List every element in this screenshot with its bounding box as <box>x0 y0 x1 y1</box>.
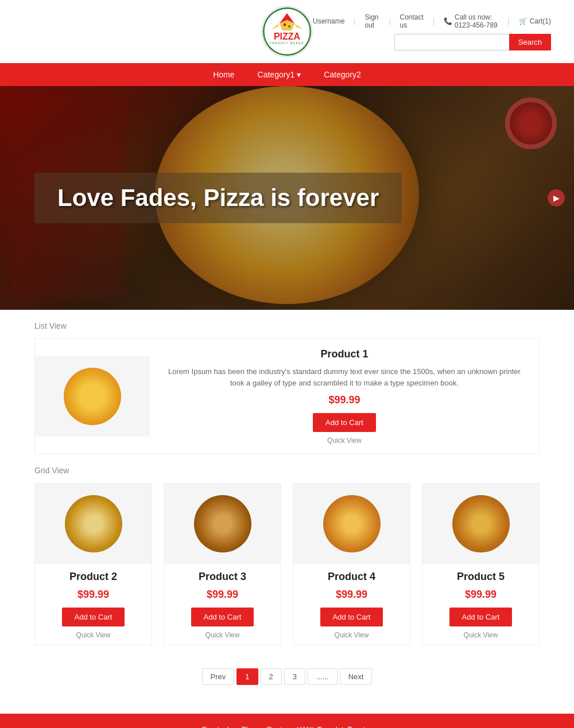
product4-image <box>293 484 410 564</box>
logo-circle: PIZZA FRESHLY BAKED <box>261 6 313 57</box>
svg-text:PIZZA: PIZZA <box>274 32 301 41</box>
product1-pizza-icon <box>64 368 121 425</box>
product3-price: $99.99 <box>170 589 275 601</box>
main-nav: Home Category1 ▾ Category2 <box>0 63 574 86</box>
product3-add-cart-button[interactable]: Add to Cart <box>191 608 254 626</box>
phone-icon: 📞 <box>444 17 452 25</box>
grid-item-3: Product 5 $99.99 Add to Cart Quick View <box>422 483 540 645</box>
chevron-down-icon: ▾ <box>297 70 301 79</box>
product1-image <box>35 356 150 437</box>
list-view-label: List View <box>34 321 540 330</box>
product5-content: Product 5 $99.99 Add to Cart Quick View <box>422 564 539 645</box>
header: PIZZA FRESHLY BAKED Username | Sign out … <box>0 0 574 63</box>
product1-content: Product 1 Lorem Ipsum has been the indus… <box>150 339 539 454</box>
phone-number: Call us now: 0123-456-789 <box>455 13 499 29</box>
product5-pizza-icon <box>452 495 510 552</box>
header-right: Username | Sign out | Contact us | 📞 Cal… <box>313 13 551 50</box>
product1-price: $99.99 <box>167 394 522 406</box>
product3-title: Product 3 <box>170 571 275 583</box>
pagination-ellipsis[interactable]: ...... <box>308 668 338 685</box>
signout-link[interactable]: Sign out <box>364 13 379 29</box>
search-input[interactable] <box>394 34 509 50</box>
list-view-item: Product 1 Lorem Ipsum has been the indus… <box>34 338 540 454</box>
product4-pizza-icon <box>323 495 381 552</box>
svg-point-3 <box>288 25 290 28</box>
product4-quick-view-link[interactable]: Quick View <box>299 631 404 639</box>
nav-category2[interactable]: Category2 <box>312 63 373 86</box>
product5-image <box>422 484 539 564</box>
contact-link[interactable]: Contact us <box>400 13 424 29</box>
grid-item-1: Product 3 $99.99 Add to Cart Quick View <box>164 483 281 645</box>
products-section: List View Product 1 Lorem Ipsum has been… <box>0 310 574 714</box>
product2-pizza-icon <box>65 495 122 552</box>
svg-text:FRESHLY BAKED: FRESHLY BAKED <box>270 41 304 45</box>
grid-item-2: Product 4 $99.99 Add to Cart Quick View <box>293 483 410 645</box>
product4-price: $99.99 <box>299 589 404 601</box>
product3-image <box>164 484 281 564</box>
product3-content: Product 3 $99.99 Add to Cart Quick View <box>164 564 281 645</box>
footer: Prestashop Theme Designed With TemplateT… <box>0 714 574 728</box>
product2-content: Product 2 $99.99 Add to Cart Quick View <box>35 564 152 645</box>
logo: PIZZA FRESHLY BAKED <box>261 6 313 57</box>
product5-quick-view-link[interactable]: Quick View <box>428 631 533 639</box>
top-links: Username | Sign out | Contact us | 📞 Cal… <box>313 13 551 29</box>
sep4: | <box>508 17 510 25</box>
nav-home[interactable]: Home <box>201 63 246 86</box>
pagination-page-2[interactable]: 2 <box>261 668 282 685</box>
product4-content: Product 4 $99.99 Add to Cart Quick View <box>293 564 410 645</box>
search-bar: Search <box>394 34 551 50</box>
pagination: Prev 1 2 3 ...... Next <box>34 657 540 702</box>
product1-title: Product 1 <box>167 348 522 360</box>
product1-desc: Lorem Ipsum has been the industry's stan… <box>167 366 522 388</box>
product3-quick-view-link[interactable]: Quick View <box>170 631 275 639</box>
nav-category1[interactable]: Category1 ▾ <box>246 63 313 86</box>
pagination-page-3[interactable]: 3 <box>284 668 305 685</box>
product3-pizza-icon <box>194 495 251 552</box>
username-link[interactable]: Username <box>313 17 344 25</box>
hero-text-box: Love Fades, Pizza is forever <box>34 173 402 223</box>
product1-add-cart-button[interactable]: Add to Cart <box>313 413 376 432</box>
product2-image <box>35 484 152 564</box>
hero-overlay: Love Fades, Pizza is forever <box>0 86 574 310</box>
grid-view-label: Grid View <box>34 466 540 475</box>
pagination-next[interactable]: Next <box>340 668 373 685</box>
cart-label: Cart(1) <box>530 17 551 25</box>
sep2: | <box>389 17 390 25</box>
search-button[interactable]: Search <box>509 34 551 50</box>
product2-quick-view-link[interactable]: Quick View <box>41 631 146 639</box>
phone-info: 📞 Call us now: 0123-456-789 <box>444 13 499 29</box>
hero-headline: Love Fades, Pizza is forever <box>57 184 379 212</box>
product2-add-cart-button[interactable]: Add to Cart <box>62 608 125 626</box>
product2-price: $99.99 <box>41 589 146 601</box>
hero-next-button[interactable]: ▶ <box>548 189 565 207</box>
svg-point-2 <box>284 24 286 26</box>
product5-price: $99.99 <box>428 589 533 601</box>
product5-title: Product 5 <box>428 571 533 583</box>
grid-view-container: Product 2 $99.99 Add to Cart Quick View … <box>34 483 540 645</box>
product4-title: Product 4 <box>299 571 404 583</box>
sep1: | <box>354 17 355 25</box>
product5-add-cart-button[interactable]: Add to Cart <box>449 608 513 626</box>
footer-text: Prestashop Theme Designed With TemplateT… <box>202 725 373 728</box>
product1-quick-view-link[interactable]: Quick View <box>167 437 522 445</box>
product2-title: Product 2 <box>41 571 146 583</box>
cart-link[interactable]: 🛒 Cart(1) <box>519 17 551 25</box>
sep3: | <box>433 17 435 25</box>
hero-banner: Love Fades, Pizza is forever ▶ <box>0 86 574 310</box>
logo-svg: PIZZA FRESHLY BAKED <box>263 7 311 56</box>
pagination-prev[interactable]: Prev <box>202 668 235 685</box>
pagination-page-1[interactable]: 1 <box>236 668 258 685</box>
product4-add-cart-button[interactable]: Add to Cart <box>320 608 383 626</box>
grid-item-0: Product 2 $99.99 Add to Cart Quick View <box>34 483 152 645</box>
cart-icon: 🛒 <box>519 17 528 25</box>
